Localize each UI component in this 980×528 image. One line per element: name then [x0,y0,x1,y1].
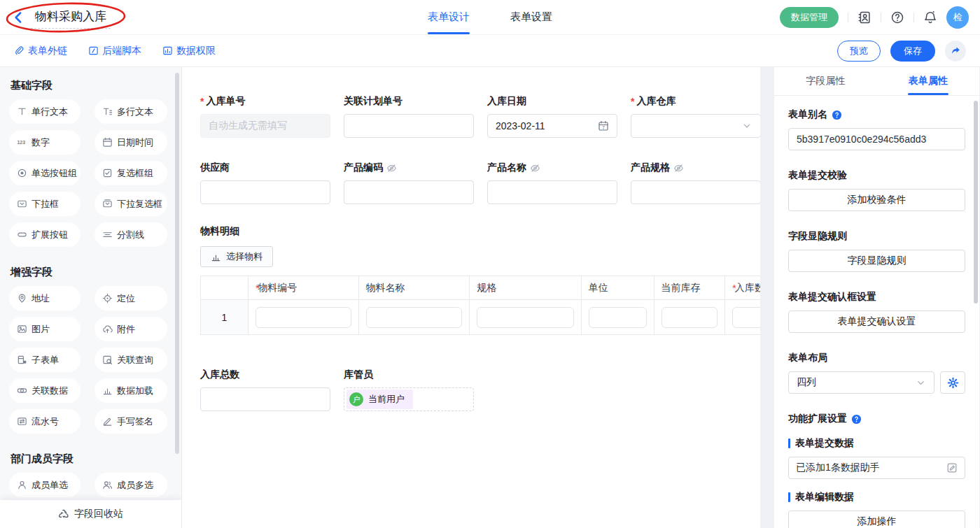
sidebar-item-serial[interactable]: 流水号 [9,409,80,434]
form-field[interactable]: 库管员户当前用户 [344,369,474,411]
table-cell[interactable] [582,300,654,335]
header-actions: 数据管理 检 [780,6,969,29]
sidebar-item-select[interactable]: 下拉框 [9,192,80,216]
user-avatar[interactable]: 检 [946,6,969,29]
add-validation-button[interactable]: 添加校验条件 [788,189,965,211]
sidebar-item-text-multi[interactable]: 多行文本 [94,99,167,124]
text-input[interactable] [344,114,474,138]
sidebar-item-image[interactable]: 图片 [9,317,80,341]
subform-table: *物料编号物料名称规格单位当前库存*入库数量 1 [200,276,760,335]
date-input[interactable]: 2023-02-117 [487,114,617,138]
form-field[interactable]: *入库单号自动生成无需填写 [200,95,330,138]
form-field[interactable]: 入库总数 [200,369,330,411]
sidebar-item-location[interactable]: 定位 [94,286,167,311]
recycle-icon [58,508,69,520]
sidebar-item-checkbox[interactable]: 复选框组 [94,161,167,185]
preview-button[interactable]: 预览 [837,41,881,62]
form-alias-input[interactable]: 5b3917e0910c0e294c56add3 [788,128,965,150]
field-visibility-button[interactable]: 字段显隐规则 [788,250,965,272]
text-input[interactable] [200,387,330,411]
save-button[interactable]: 保存 [890,41,935,62]
panel-scrollbar[interactable] [974,101,978,304]
help-circle-icon[interactable] [851,414,862,424]
table-cell-input[interactable] [732,307,760,328]
sidebar-item-dataload[interactable]: 数据加载 [94,378,167,403]
contacts-icon[interactable] [858,10,872,24]
sidebar-item-address[interactable]: 地址 [9,286,80,311]
table-cell-input[interactable] [366,307,463,328]
select-material-button[interactable]: 选择物料 [200,246,273,267]
form-field[interactable]: *入库仓库 [631,95,760,138]
text-input[interactable] [631,180,760,204]
sidebar-item-attachment[interactable]: 附件 [94,317,167,341]
data-manage-button[interactable]: 数据管理 [780,7,839,28]
designer-body: 基础字段单行文本多行文本123数字日期时间单选按钮组复选框组下拉框下拉复选框扩展… [0,67,980,528]
sidebar-item-subform[interactable]: 子表单 [9,348,80,372]
notification-bell-icon[interactable] [923,10,937,24]
eye-off-icon [386,163,397,173]
back-icon[interactable] [11,10,25,24]
toolbar-link-1[interactable]: 后端脚本 [88,45,141,57]
table-cell-input[interactable] [255,307,351,328]
sidebar-item-datetime[interactable]: 日期时间 [94,130,167,155]
text-input[interactable] [200,180,330,204]
help-icon[interactable] [890,10,904,24]
sidebar-item-member-single[interactable]: 成员单选 [9,473,80,497]
select-input[interactable] [631,114,760,138]
dataload-icon [102,385,113,396]
table-cell-input[interactable] [477,307,574,328]
tab-form-settings[interactable]: 表单设置 [510,0,552,34]
user-field[interactable]: 户当前用户 [344,387,474,411]
chevron-down-icon [916,378,926,388]
toolbar-link-0[interactable]: 表单外链 [14,45,67,57]
serial-icon [17,416,27,427]
table-cell[interactable] [725,300,760,335]
sidebar-item-radio[interactable]: 单选按钮组 [9,161,80,185]
sidebar-item-button[interactable]: 扩展按钮 [9,222,80,247]
share-arrow-icon [951,45,961,56]
data-assistant-box[interactable]: 已添加1条数据助手 [788,457,965,479]
sidebar-item-lookup[interactable]: 关联查询 [94,348,167,372]
field-label: 入库日期 [487,95,617,108]
clip-icon [14,45,24,56]
tab-form-properties[interactable]: 表单属性 [877,67,980,95]
text-single-icon [17,106,27,117]
form-field[interactable]: 产品编码 [344,162,474,204]
form-field[interactable]: 关联计划单号 [344,95,474,138]
address-icon [17,293,27,304]
table-cell-input[interactable] [662,307,718,328]
current-user-tag[interactable]: 户当前用户 [346,390,413,409]
text-input[interactable] [344,180,474,204]
table-header-cell: 当前库存 [654,276,726,300]
tab-field-properties[interactable]: 字段属性 [774,67,877,95]
sidebar-item-signature[interactable]: 手写签名 [94,409,167,434]
sidebar-item-number[interactable]: 123数字 [9,130,80,155]
submit-confirm-button[interactable]: 表单提交确认设置 [788,311,965,333]
text-input[interactable] [487,180,617,204]
form-field[interactable]: 产品规格 [631,162,760,204]
sidebar-item-relation[interactable]: 关联数据 [9,378,80,403]
toolbar-link-2[interactable]: 数据权限 [162,45,216,57]
table-cell[interactable] [248,300,359,335]
layout-select[interactable]: 四列 [788,371,934,394]
form-field[interactable]: 入库日期2023-02-117 [487,95,617,138]
layout-settings-button[interactable] [940,371,965,394]
form-field[interactable]: 产品名称 [487,162,617,204]
table-cell[interactable] [654,300,726,335]
sidebar-item-text-single[interactable]: 单行文本 [9,99,80,124]
table-cell-input[interactable] [589,307,647,328]
sidebar-item-member-multi[interactable]: 成员多选 [94,473,167,497]
form-title[interactable]: 物料采购入库 [31,6,111,29]
sidebar-item-select-multi[interactable]: 下拉复选框 [94,192,167,216]
form-field[interactable]: 供应商 [200,162,330,204]
share-button[interactable] [945,41,966,62]
radio-icon [17,168,27,178]
tab-form-design[interactable]: 表单设计 [428,0,470,34]
sidebar-item-divider[interactable]: 分割线 [94,222,167,247]
table-cell[interactable] [470,300,582,335]
help-circle-icon[interactable] [832,110,842,120]
sidebar-scrollbar[interactable] [175,73,179,454]
field-recycle-bin[interactable]: 字段回收站 [0,500,181,528]
table-cell[interactable] [359,300,470,335]
add-operation-button[interactable]: 添加操作 [788,511,965,528]
